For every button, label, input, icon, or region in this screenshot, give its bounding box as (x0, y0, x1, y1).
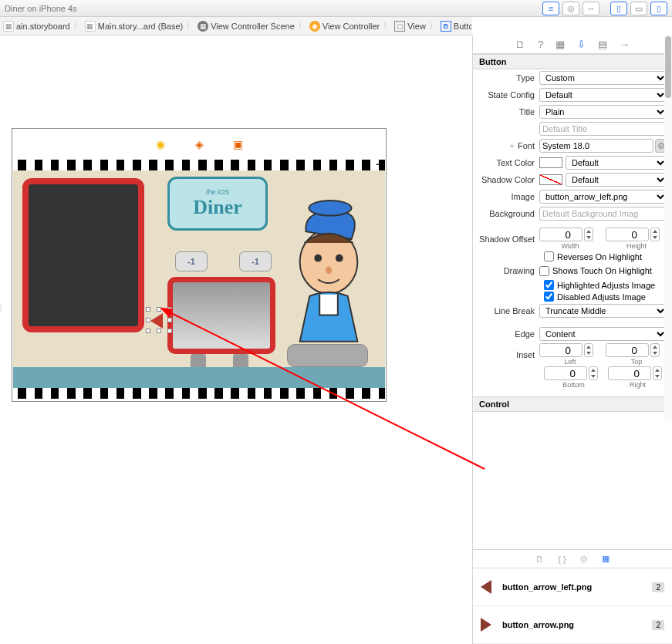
stepper[interactable] (584, 343, 593, 357)
breadcrumb-scene[interactable]: ▦View Controller Scene (198, 21, 295, 32)
highlighted-checkbox[interactable] (544, 280, 554, 290)
selection-handle[interactable] (167, 329, 172, 333)
selection-handle[interactable] (167, 307, 172, 312)
storyboard-icon: ▦ (85, 21, 96, 32)
inspector-scroll[interactable]: Button TypeCustom State ConfigDefault Ti… (473, 54, 672, 549)
chalkboard (22, 178, 144, 332)
connections-inspector-icon[interactable]: → (620, 39, 630, 50)
version-editor-icon[interactable]: ↔ (583, 2, 599, 15)
stepper[interactable] (650, 228, 660, 241)
stepper[interactable] (650, 343, 660, 357)
font-input[interactable] (539, 139, 653, 153)
scene-icon: ▦ (198, 21, 208, 32)
shadowcolor-select[interactable]: Default (566, 173, 667, 187)
stepper[interactable] (589, 366, 598, 380)
type-label: Type (478, 73, 539, 83)
selection-handle[interactable] (146, 329, 150, 333)
library-panel: 🗋 { } ◎ ▦ button_arrow_left.png 2 button… (473, 549, 672, 644)
first-responder-icon[interactable]: ◈ (191, 137, 207, 152)
selection-handle[interactable] (146, 307, 150, 312)
object-library-icon[interactable]: ◎ (580, 554, 588, 564)
shadow-height-input[interactable] (606, 228, 649, 241)
diner-scene[interactable]: ━ the iOS Diner -1 -1 (13, 160, 385, 399)
shadow-width-input[interactable] (539, 228, 583, 241)
media-item-arrow-left[interactable]: button_arrow_left.png 2 (473, 568, 672, 606)
section-control: Control (473, 396, 672, 412)
attributes-inspector-icon[interactable]: ⇩ (577, 39, 586, 50)
breadcrumb: ▦ain.storyboard〉 ▦Main.story...ard (Base… (0, 17, 472, 35)
top-sublabel: Top (606, 358, 667, 366)
selection-handle[interactable] (146, 318, 150, 322)
vc-icon: ◉ (309, 21, 320, 32)
selection-handle[interactable] (157, 307, 161, 312)
left-panel-icon[interactable]: ▯ (610, 2, 627, 15)
textcolor-select[interactable]: Default (566, 156, 667, 170)
inspector-panel: 🗋 ? ▦ ⇩ ▤ → Button TypeCustom State Conf… (472, 35, 672, 644)
assistant-editor-icon[interactable]: ◎ (562, 2, 579, 15)
arrow-left-button[interactable] (150, 313, 163, 329)
linebreak-select[interactable]: Truncate Middle (539, 304, 667, 318)
selection-handle[interactable] (167, 318, 172, 322)
chef-character (283, 197, 374, 351)
title-select[interactable]: Plain (539, 105, 667, 119)
inset-top-input[interactable] (606, 343, 649, 357)
bottom-panel-icon[interactable]: ▭ (630, 2, 647, 15)
help-inspector-icon[interactable]: ? (538, 39, 543, 50)
image-label: Image (478, 192, 539, 201)
textcolor-swatch[interactable] (539, 157, 562, 168)
right-sublabel: Right (608, 381, 667, 389)
breadcrumb-base[interactable]: ▦Main.story...ard (Base) (85, 21, 183, 32)
stepper[interactable] (584, 228, 593, 241)
media-item-arrow[interactable]: button_arrow.png 2 (473, 606, 672, 644)
canvas[interactable]: 〉 ◉ ◈ ▣ ━ the iOS Diner -1 -1 (0, 35, 472, 644)
file-template-icon[interactable]: 🗋 (535, 555, 544, 564)
reverses-checkbox[interactable] (544, 251, 554, 261)
type-select[interactable]: Custom (539, 71, 667, 85)
arrow-left-icon (481, 580, 491, 594)
inset-right-input[interactable] (608, 366, 651, 380)
decrement-button-1[interactable]: -1 (175, 251, 208, 271)
view-icon: ▢ (394, 21, 405, 32)
inset-bottom-input[interactable] (544, 366, 587, 380)
reverses-label: Reverses On Highlight (557, 252, 642, 261)
drawing-label: Drawing (478, 266, 539, 275)
background-label: Background (478, 209, 539, 218)
file-inspector-icon[interactable]: 🗋 (515, 39, 525, 50)
edge-select[interactable]: Content (539, 327, 667, 341)
title-input[interactable] (539, 122, 667, 136)
breadcrumb-button[interactable]: BButton (441, 21, 472, 32)
breadcrumb-viewcontroller[interactable]: ◉View Controller (309, 21, 380, 32)
shows-label: Shows Touch On Highlight (552, 266, 652, 275)
decrement-button-2[interactable]: -1 (239, 251, 272, 271)
state-select[interactable]: Default (539, 88, 667, 102)
svg-point-4 (326, 266, 332, 274)
exit-icon[interactable]: ▣ (230, 137, 245, 152)
inset-left-input[interactable] (539, 343, 583, 357)
breadcrumb-view[interactable]: ▢View (394, 21, 426, 32)
arrow-right-icon (481, 618, 491, 632)
standard-editor-icon[interactable]: ≡ (542, 2, 559, 15)
right-panel-icon[interactable]: ▯ (650, 2, 667, 15)
vc-badge-icon[interactable]: ◉ (153, 137, 168, 152)
library-tabs: 🗋 { } ◎ ▦ (473, 550, 672, 568)
top-toolbar: ≡ ◎ ↔ ▯ ▭ ▯ (542, 0, 672, 17)
section-button: Button (473, 54, 672, 69)
background-input[interactable] (539, 207, 667, 221)
size-inspector-icon[interactable]: ▤ (598, 39, 607, 50)
disabled-checkbox[interactable] (544, 292, 554, 302)
identity-inspector-icon[interactable]: ▦ (555, 39, 565, 50)
shadowcolor-swatch[interactable] (539, 174, 562, 185)
shows-checkbox[interactable] (539, 266, 549, 276)
linebreak-label: Line Break (478, 306, 539, 315)
stepper[interactable] (653, 366, 662, 380)
storyboard-icon: ▦ (3, 21, 14, 32)
scrollbar-thumb[interactable] (665, 36, 671, 98)
scrollbar-track[interactable] (664, 35, 672, 421)
code-snippet-icon[interactable]: { } (558, 555, 566, 564)
image-select[interactable]: button_arrow_left.png (539, 190, 667, 204)
media-library-icon[interactable]: ▦ (602, 554, 610, 564)
breadcrumb-storyboard[interactable]: ▦ain.storyboard (3, 21, 70, 32)
selection-handle[interactable] (157, 329, 161, 333)
canvas-back-arrow-icon[interactable]: 〉 (0, 298, 12, 319)
button-icon: B (441, 21, 451, 32)
